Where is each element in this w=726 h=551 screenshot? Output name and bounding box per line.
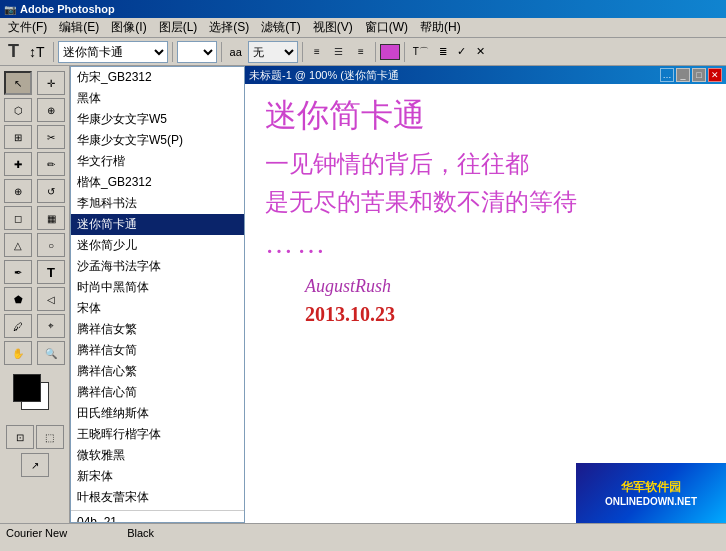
font-item-8[interactable]: 迷你简少儿	[71, 235, 244, 256]
status-color-display: Black	[127, 527, 154, 539]
tool-quick-mask[interactable]: ⊡	[6, 425, 34, 449]
font-item-5[interactable]: 楷体_GB2312	[71, 172, 244, 193]
tool-move[interactable]: ✛	[37, 71, 65, 95]
tool-screen-mode[interactable]: ⬚	[36, 425, 64, 449]
toolbar-sep-4	[302, 42, 303, 62]
left-toolbar: ↖ ✛ ⬡ ⊕ ⊞ ✂ ✚ ✏ ⊕ ↺ ◻ ▦ △ ○ ✒ T ⬟ ◁ 🖊 ⌖ …	[0, 66, 70, 523]
toolbar-sep-3	[221, 42, 222, 62]
tool-crop[interactable]: ⊞	[4, 125, 32, 149]
doc-close-btn[interactable]: ✕	[708, 68, 722, 82]
canvas-area: 未标题-1 @ 100% (迷你简卡通 … _ □ ✕ 迷你简卡通 一见钟情的背…	[245, 66, 726, 523]
tool-stamp[interactable]: ⊕	[4, 179, 32, 203]
warp-text-btn[interactable]: T⌒	[409, 41, 433, 63]
doc-max-btn[interactable]: □	[692, 68, 706, 82]
font-item-0[interactable]: 仿宋_GB2312	[71, 67, 244, 88]
tool-heal[interactable]: ✚	[4, 152, 32, 176]
align-center-btn[interactable]: ☰	[329, 42, 349, 62]
font-list-scroll[interactable]: 仿宋_GB2312 黑体 华康少女文字W5 华康少女文字W5(P) 华文行楷 楷…	[71, 67, 244, 522]
canvas-en-text1: AugustRush	[305, 276, 706, 297]
font-size-select[interactable]	[177, 41, 217, 63]
font-item-16[interactable]: 田氏维纳斯体	[71, 403, 244, 424]
doc-title: 未标题-1 @ 100% (迷你简卡通	[249, 68, 399, 83]
tool-jump[interactable]: ↗	[21, 453, 49, 477]
font-item-11[interactable]: 宋体	[71, 298, 244, 319]
status-font-display: Courier New	[6, 527, 67, 539]
doc-dots-btn[interactable]: …	[660, 68, 674, 82]
font-item-20[interactable]: 叶根友蕾宋体	[71, 487, 244, 508]
app-title: Adobe Photoshop	[20, 3, 115, 15]
font-item-9[interactable]: 沙孟海书法字体	[71, 256, 244, 277]
tool-grid: ↖ ✛ ⬡ ⊕ ⊞ ✂ ✚ ✏ ⊕ ↺ ◻ ▦ △ ○ ✒ T ⬟ ◁ 🖊 ⌖ …	[2, 70, 67, 366]
text-color-box[interactable]	[380, 44, 400, 60]
font-item-19[interactable]: 新宋体	[71, 466, 244, 487]
watermark: 华军软件园 ONLINEDOWN.NET	[576, 463, 726, 523]
font-item-7[interactable]: 迷你简卡通	[71, 214, 244, 235]
toolbar-sep-6	[404, 42, 405, 62]
font-list-divider	[71, 510, 244, 511]
document-window: 未标题-1 @ 100% (迷你简卡通 … _ □ ✕ 迷你简卡通 一见钟情的背…	[245, 66, 726, 523]
font-item-17[interactable]: 王晓晖行楷字体	[71, 424, 244, 445]
tool-text[interactable]: T	[37, 260, 65, 284]
font-item-13[interactable]: 腾祥信女简	[71, 340, 244, 361]
align-left-btn[interactable]: ≡	[307, 42, 327, 62]
antialiasing-select[interactable]: 无	[248, 41, 298, 63]
font-item-14[interactable]: 腾祥信心繁	[71, 361, 244, 382]
menu-help[interactable]: 帮助(H)	[414, 17, 467, 38]
font-item-4[interactable]: 华文行楷	[71, 151, 244, 172]
tool-hand[interactable]: ✋	[4, 341, 32, 365]
tool-slice[interactable]: ✂	[37, 125, 65, 149]
tool-eraser[interactable]: ◻	[4, 206, 32, 230]
toolbar-sep-5	[375, 42, 376, 62]
palettes-btn[interactable]: ≣	[435, 41, 451, 63]
doc-min-btn[interactable]: _	[676, 68, 690, 82]
cancel-btn[interactable]: ✕	[472, 41, 489, 63]
tool-select[interactable]: ↖	[4, 71, 32, 95]
menu-window[interactable]: 窗口(W)	[359, 17, 414, 38]
tool-history[interactable]: ↺	[37, 179, 65, 203]
tool-lasso[interactable]: ⬡	[4, 98, 32, 122]
font-list-panel: 仿宋_GB2312 黑体 华康少女文字W5 华康少女文字W5(P) 华文行楷 楷…	[70, 66, 245, 523]
font-item-1[interactable]: 黑体	[71, 88, 244, 109]
tool-brush[interactable]: ✏	[37, 152, 65, 176]
menu-select[interactable]: 选择(S)	[203, 17, 255, 38]
status-bar: Courier New Black	[0, 523, 726, 541]
extra-tools-2: ↗	[21, 452, 49, 478]
tool-dodge[interactable]: ○	[37, 233, 65, 257]
menu-filter[interactable]: 滤镜(T)	[255, 17, 306, 38]
tool-eyedrop[interactable]: ⌖	[37, 314, 65, 338]
font-item-3[interactable]: 华康少女文字W5(P)	[71, 130, 244, 151]
canvas-dots: ……	[265, 228, 706, 260]
menu-file[interactable]: 文件(F)	[2, 17, 53, 38]
tool-shape[interactable]: ⬟	[4, 287, 32, 311]
font-item-2[interactable]: 华康少女文字W5	[71, 109, 244, 130]
font-item-18[interactable]: 微软雅黑	[71, 445, 244, 466]
confirm-btn[interactable]: ✓	[453, 41, 470, 63]
font-family-select[interactable]: 迷你简卡通	[58, 41, 168, 63]
menu-view[interactable]: 视图(V)	[307, 17, 359, 38]
align-right-btn[interactable]: ≡	[351, 42, 371, 62]
menu-image[interactable]: 图像(I)	[105, 17, 152, 38]
extra-tools: ⊡ ⬚	[6, 424, 64, 450]
tool-blur[interactable]: △	[4, 233, 32, 257]
text-orient-btn[interactable]: ↕T	[25, 41, 49, 63]
font-item-6[interactable]: 李旭科书法	[71, 193, 244, 214]
tool-gradient[interactable]: ▦	[37, 206, 65, 230]
tool-zoom[interactable]: 🔍	[37, 341, 65, 365]
menu-edit[interactable]: 编辑(E)	[53, 17, 105, 38]
menu-layer[interactable]: 图层(L)	[153, 17, 204, 38]
tool-path[interactable]: ◁	[37, 287, 65, 311]
tool-notes[interactable]: 🖊	[4, 314, 32, 338]
font-item-15[interactable]: 腾祥信心简	[71, 382, 244, 403]
text-tool-icon[interactable]: T	[4, 41, 23, 63]
font-bottom-0[interactable]: 04b_21	[71, 513, 244, 522]
antialiasing-btn[interactable]: aa	[226, 41, 246, 63]
watermark-line1: 华军软件园	[621, 479, 681, 496]
foreground-color[interactable]	[13, 374, 41, 402]
font-item-10[interactable]: 时尚中黑简体	[71, 277, 244, 298]
tool-magic[interactable]: ⊕	[37, 98, 65, 122]
canvas-line3-text: 是无尽的苦果和数不清的等待	[265, 186, 706, 218]
font-item-12[interactable]: 腾祥信女繁	[71, 319, 244, 340]
tool-pen[interactable]: ✒	[4, 260, 32, 284]
toolbar-main: T ↕T 迷你简卡通 aa 无 ≡ ☰ ≡ T⌒ ≣ ✓ ✕	[0, 38, 726, 66]
canvas-title-text: 迷你简卡通	[265, 94, 706, 138]
